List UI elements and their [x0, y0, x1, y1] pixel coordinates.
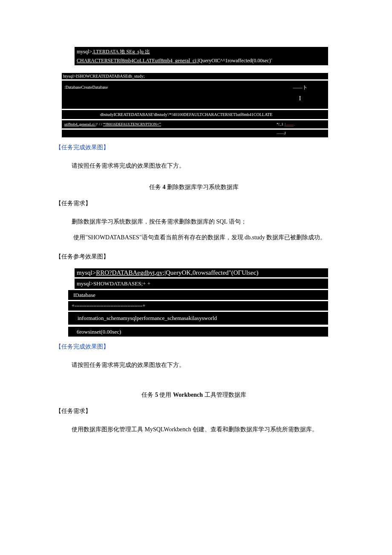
sql-text: RRO?DATABAegdbyt,qy; [96, 269, 164, 276]
terminal-output: utf8mb4_generaLci |^ / / *!80016DEFAULTE… [62, 120, 328, 129]
terminal-output: htysql>ISHOWCREATEDATABASEdb_study; [62, 73, 328, 79]
sql-text: htysql>ISHOWCREATEDATABASEdb_study; [63, 74, 145, 78]
sql-result: |^ / / [95, 122, 102, 126]
terminal-output: mysql>SHOWDATABASES;+ + [75, 279, 328, 289]
requirement-text: 使用"SHOWDATABASES"语句查看当前所有存在的数据库，发现 db.st… [60, 231, 328, 244]
query-result: |QueryOK,0rowsaffected"(OГUlsec) [164, 269, 258, 276]
terminal-output: :DatabaseCreateDatabase ——卜 I [62, 81, 328, 109]
query-result: |QueryOIC^^1rowaffected(0.00sec) [198, 58, 271, 64]
requirement-text: 删除数据库学习系统数据库，按任务需求删除数据库的 SQL 语句； [60, 215, 328, 229]
db-header: IDatabase [73, 292, 95, 298]
sql-result: dbstudyICREATEDATABASE'dbstudy'/*!40100D… [100, 112, 272, 117]
sql-text: mysql>SHOWDATABASES;+ + [77, 280, 150, 287]
task-heading: 任务 4 删除数据库学习系统数据库 [60, 183, 328, 191]
db-header: :DatabaseCreateDatabase [64, 84, 274, 103]
ascii-art: ——卜 I [274, 84, 326, 103]
terminal-output: information_schemamysqlperformance_schem… [68, 312, 328, 325]
requirement-text: 使用数据库图形化管理工具 MySQLWorkbench 创建、查看和删除数据库学… [60, 423, 328, 436]
result-count: 6rowsinset(0.00sec) [77, 328, 121, 335]
terminal-output: mysql>,LTERDATA 地 SEg_s]u 出 CHARACTERSET… [75, 47, 328, 65]
section-heading-reference: 【任务参考效果图】 [55, 253, 328, 261]
terminal-output: +---------------------------------------… [68, 301, 328, 311]
prompt: mysql> [77, 269, 96, 276]
sql-result: utf8mb4_generaLci [64, 122, 95, 126]
section-heading-complete: 【任务完成效果图】 [55, 343, 328, 351]
ascii-art: */_1 [277, 122, 283, 126]
ascii-art: 1——, [284, 122, 295, 126]
terminal-output: mysql>RRO?DATABAegdbyt,qy;|QueryOK,0rows… [75, 268, 328, 277]
section-heading-complete: 【任务完成效果图】 [55, 144, 328, 151]
section-heading-requirement: 【任务需求】 [55, 200, 328, 207]
ascii-divider: +---------------------------------------… [72, 303, 145, 309]
terminal-output: IDatabase [68, 290, 328, 300]
terminal-output: 6rowsinset(0.00sec) [68, 327, 328, 337]
sql-text: CHARACTERSETRf8mb4CoLLATEutf8mb4_general… [77, 58, 198, 64]
sql-text: ,LTERDATA 地 SEg_s]u 出 [92, 49, 150, 55]
terminal-output: dbstudyICREATEDATABASE'dbstudy'/*!40100D… [62, 110, 328, 119]
section-heading-requirement: 【任务需求】 [55, 407, 328, 415]
ascii-art: ——J [274, 131, 326, 137]
sql-result: *!80016DEFAULTENCRYPTION=''' [103, 122, 161, 126]
prompt: mysql> [77, 49, 92, 55]
db-list: information_schemamysqlperformance_schem… [78, 315, 217, 321]
task-heading: 任务 5 使用 Workbench 工具管理数据库 [60, 391, 328, 399]
instruction-text: 请按照任务需求将完成的效果图放在下方。 [60, 358, 328, 372]
instruction-text: 请按照任务需求将完成的效果图放在下方。 [60, 159, 328, 173]
terminal-output: ——J [62, 130, 328, 137]
